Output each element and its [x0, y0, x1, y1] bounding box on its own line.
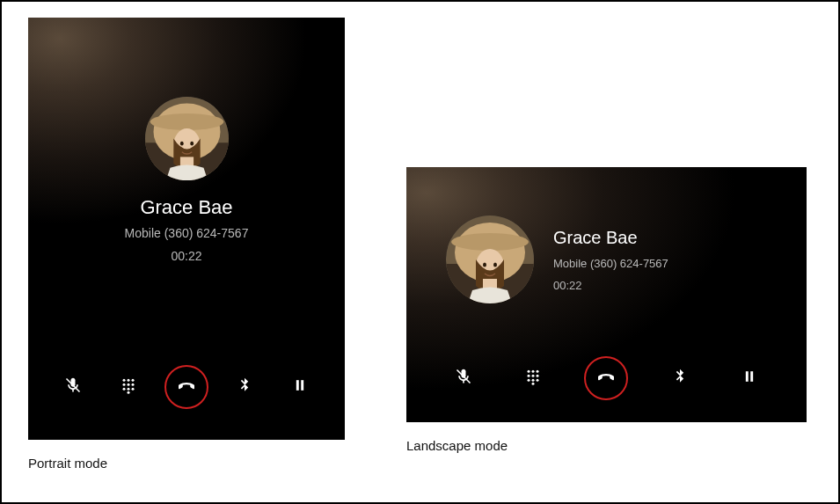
landscape-caller-info: Grace Bae Mobile (360) 624-7567 00:22 [406, 167, 807, 303]
call-timer: 00:22 [171, 249, 201, 263]
hold-button[interactable] [731, 360, 768, 397]
landscape-text-block: Grace Bae Mobile (360) 624-7567 00:22 [553, 228, 668, 292]
caller-phone-line: Mobile (360) 624-7567 [125, 226, 249, 240]
portrait-caller-info: Grace Bae Mobile (360) 624-7567 00:22 [28, 18, 345, 263]
end-call-button[interactable] [584, 356, 628, 400]
bluetooth-icon [236, 376, 253, 398]
dialpad-icon [524, 368, 542, 389]
portrait-caption: Portrait mode [28, 456, 345, 471]
mute-button[interactable] [55, 369, 91, 405]
hold-button[interactable] [281, 369, 318, 405]
bluetooth-icon [671, 368, 689, 389]
caller-name: Grace Bae [140, 196, 232, 219]
call-timer: 00:22 [553, 279, 668, 292]
call-button-bar [406, 356, 807, 400]
dialpad-icon [120, 376, 137, 398]
call-button-bar [28, 365, 345, 409]
modes-container: Grace Bae Mobile (360) 624-7567 00:22 [2, 2, 838, 497]
bluetooth-button[interactable] [226, 369, 263, 405]
dialpad-button[interactable] [110, 369, 147, 405]
caller-name: Grace Bae [553, 228, 668, 248]
mic-off-icon [64, 376, 82, 398]
phone-hangup-icon [595, 366, 617, 391]
landscape-caption: Landscape mode [406, 438, 807, 453]
caller-phone-line: Mobile (360) 624-7567 [553, 257, 668, 270]
end-call-button[interactable] [164, 365, 208, 409]
pause-icon [291, 376, 309, 398]
caller-avatar [145, 97, 229, 180]
caller-avatar [446, 215, 534, 303]
landscape-screen: Grace Bae Mobile (360) 624-7567 00:22 [406, 167, 807, 422]
mute-button[interactable] [445, 360, 482, 397]
phone-hangup-icon [176, 375, 197, 399]
portrait-screen: Grace Bae Mobile (360) 624-7567 00:22 [28, 18, 345, 440]
bluetooth-button[interactable] [661, 360, 698, 397]
mic-off-icon [455, 368, 472, 389]
landscape-block: Grace Bae Mobile (360) 624-7567 00:22 [406, 18, 807, 453]
portrait-block: Grace Bae Mobile (360) 624-7567 00:22 [28, 18, 345, 471]
figure-frame: Grace Bae Mobile (360) 624-7567 00:22 [0, 0, 840, 504]
pause-icon [741, 368, 758, 389]
dialpad-button[interactable] [515, 360, 551, 397]
